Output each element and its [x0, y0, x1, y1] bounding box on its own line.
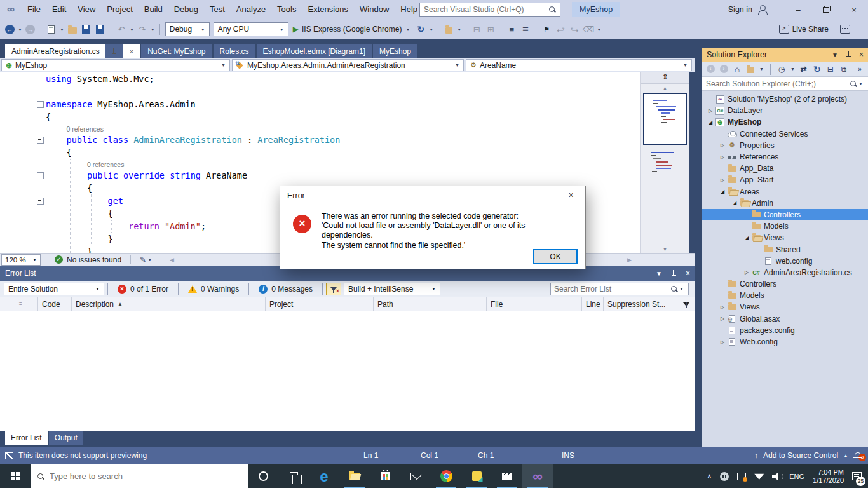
file-explorer-button[interactable]: [339, 464, 370, 488]
tab-nuget-myeshop[interactable]: NuGet: MyEshop: [141, 44, 212, 58]
tree-item-areas[interactable]: ◢Areas: [702, 186, 868, 198]
tree-item-views[interactable]: ◢Views: [702, 232, 868, 243]
collapse-icon[interactable]: ◢: [730, 200, 739, 206]
close-button[interactable]: ×: [840, 0, 868, 19]
movies-tv-button[interactable]: [492, 464, 522, 488]
tree-item-controllers[interactable]: Controllers: [702, 209, 868, 220]
pin-tab-icon[interactable]: [105, 44, 123, 58]
clock[interactable]: 7:04 PM 1/17/2020: [813, 468, 844, 485]
error-list-search[interactable]: ▼: [550, 283, 689, 295]
taskbar-search-input[interactable]: [50, 471, 241, 481]
search-dropdown-icon[interactable]: ▼: [858, 81, 863, 86]
sync-with-active-document-icon[interactable]: ⇄: [798, 64, 810, 75]
code-cleanup-icon[interactable]: ✎: [140, 255, 146, 264]
project-badge[interactable]: MyEshop: [572, 2, 620, 17]
column-filter-icon[interactable]: [683, 302, 689, 306]
panel-tab-output[interactable]: Output: [49, 431, 83, 445]
add-to-source-control-button[interactable]: Add to Source Control: [763, 451, 838, 460]
taskbar-search[interactable]: [31, 464, 248, 488]
document-health-indicator[interactable]: ✓ No issues found: [55, 255, 121, 264]
expand-icon[interactable]: ▷: [706, 108, 715, 114]
edge-button[interactable]: e: [309, 464, 339, 488]
tree-item-global-asax[interactable]: ▷Global.asax: [702, 313, 868, 325]
start-button[interactable]: [0, 464, 31, 488]
cortana-button[interactable]: [248, 464, 278, 488]
tree-item-controllers[interactable]: Controllers: [702, 278, 868, 290]
quick-launch-search[interactable]: [419, 3, 560, 17]
menu-extensions[interactable]: Extensions: [302, 0, 354, 19]
volume-icon[interactable]: [772, 473, 781, 480]
language-indicator[interactable]: ENG: [789, 473, 804, 480]
pin-icon[interactable]: [671, 270, 677, 277]
notifications-bell-icon[interactable]: 3: [853, 452, 862, 460]
menu-project[interactable]: Project: [101, 0, 138, 19]
feedback-icon[interactable]: [840, 25, 850, 34]
fold-collapse-icon[interactable]: [36, 133, 46, 146]
quick-launch-input[interactable]: [424, 5, 548, 14]
tree-item-properties[interactable]: ▷⚙Properties: [702, 140, 868, 151]
restore-button[interactable]: [812, 0, 840, 19]
column-header-line[interactable]: Line: [582, 297, 604, 311]
next-bookmark-icon[interactable]: ⮑: [568, 23, 581, 36]
minimize-button[interactable]: –: [784, 0, 812, 19]
previous-bookmark-icon[interactable]: ⮐: [554, 23, 567, 36]
refresh-dropdown-icon[interactable]: ▼: [429, 27, 433, 32]
fold-collapse-icon[interactable]: [36, 169, 46, 182]
navigate-forward-icon[interactable]: →: [24, 23, 37, 36]
code-line[interactable]: [0, 85, 640, 98]
tree-item-models[interactable]: Models: [702, 290, 868, 301]
expand-icon[interactable]: ▷: [742, 269, 751, 275]
mail-button[interactable]: [400, 464, 431, 488]
filter-dropdown-icon[interactable]: ▼: [790, 67, 795, 71]
expand-icon[interactable]: ▷: [718, 177, 727, 183]
insert-mode-indicator[interactable]: INS: [562, 447, 574, 464]
tree-item-shared[interactable]: Shared: [702, 243, 868, 255]
member-dropdown[interactable]: ⚙ AreaName▼: [466, 59, 692, 71]
split-window-handle[interactable]: ⇕: [641, 72, 689, 84]
undo-dropdown-icon[interactable]: ▼: [130, 27, 134, 32]
code-line[interactable]: {: [0, 146, 640, 159]
redo-icon[interactable]: ↷: [136, 23, 149, 36]
editor-zoom-dropdown[interactable]: 120 %▼: [1, 254, 41, 266]
tree-item-views[interactable]: ▷Views: [702, 301, 868, 313]
close-tab-icon[interactable]: ×: [130, 48, 133, 55]
tree-item-models[interactable]: Models: [702, 220, 868, 232]
bookmark-dropdown-icon[interactable]: ▼: [597, 27, 601, 32]
collapse-icon[interactable]: ◢: [706, 119, 715, 125]
code-cleanup-dropdown-icon[interactable]: ▼: [147, 257, 152, 262]
dialog-close-icon[interactable]: ×: [557, 186, 585, 205]
attach-to-process-icon[interactable]: [442, 23, 455, 36]
new-file-icon[interactable]: [45, 23, 58, 36]
code-line[interactable]: public override string AreaName: [0, 169, 640, 182]
snip-sketch-button[interactable]: [461, 464, 492, 488]
expand-icon[interactable]: ▷: [718, 154, 727, 160]
refresh-icon[interactable]: ↻: [811, 64, 823, 75]
window-position-dropdown-icon[interactable]: ▼: [656, 270, 662, 277]
forward-icon[interactable]: ›: [718, 64, 729, 75]
solution-configuration-dropdown[interactable]: Debug▼: [165, 22, 210, 36]
visual-studio-taskbar-button[interactable]: ∞: [522, 464, 553, 488]
line-indicator[interactable]: Ln 1: [363, 447, 378, 464]
save-icon[interactable]: [80, 23, 93, 36]
collapse-icon[interactable]: ◢: [742, 235, 751, 241]
switch-views-dropdown-icon[interactable]: ▼: [759, 67, 764, 71]
menu-tools[interactable]: Tools: [271, 0, 302, 19]
solution-platform-dropdown[interactable]: Any CPU▼: [214, 22, 288, 36]
menu-analyze[interactable]: Analyze: [231, 0, 271, 19]
column-header-icon[interactable]: ≡: [0, 297, 38, 311]
chrome-button[interactable]: [431, 464, 461, 488]
column-header-project[interactable]: Project: [266, 297, 374, 311]
menu-build[interactable]: Build: [139, 0, 168, 19]
microsoft-store-button[interactable]: [370, 464, 400, 488]
tab-eshopmodel-edmx-diagram1[interactable]: EshopModel.edmx [Diagram1]: [257, 44, 372, 58]
type-dropdown[interactable]: MyEshop.Areas.Admin.AdminAreaRegistratio…: [232, 59, 464, 71]
tree-item-myeshop[interactable]: ◢⊕MyEshop: [702, 116, 868, 128]
expand-icon[interactable]: ▷: [718, 304, 727, 310]
back-icon[interactable]: ‹: [705, 64, 716, 75]
error-list-search-input[interactable]: [554, 285, 670, 294]
minimap-viewport[interactable]: [643, 93, 687, 145]
codelens-references-line[interactable]: 0 references: [0, 123, 640, 133]
collapse-all-icon[interactable]: ⊟: [825, 64, 836, 75]
navigate-back-dropdown-icon[interactable]: ▼: [18, 27, 22, 32]
tree-item-references[interactable]: ▷References: [702, 151, 868, 163]
